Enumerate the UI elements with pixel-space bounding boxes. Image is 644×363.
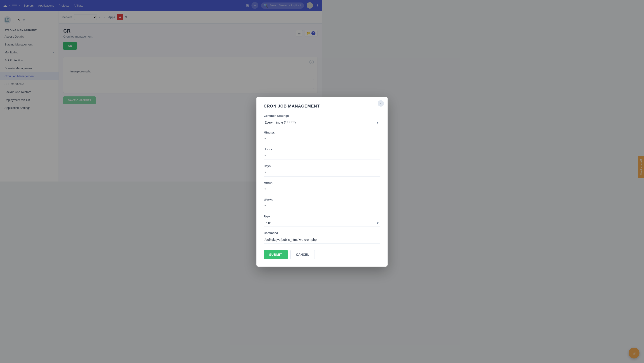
- days-group: Days: [264, 164, 322, 177]
- modal-title: CRON JOB MANAGEMENT: [264, 104, 322, 109]
- days-input[interactable]: [264, 169, 322, 177]
- common-settings-select-wrapper: Every minute (* * * * *): [264, 119, 322, 126]
- month-label: Month: [264, 181, 322, 182]
- days-label: Days: [264, 164, 322, 168]
- common-settings-group: Common Settings Every minute (* * * * *): [264, 114, 322, 126]
- common-settings-label: Common Settings: [264, 114, 322, 117]
- hours-input[interactable]: [264, 152, 322, 160]
- month-group: Month: [264, 181, 322, 182]
- minutes-label: Minutes: [264, 131, 322, 134]
- cron-job-modal: × CRON JOB MANAGEMENT Common Settings Ev…: [256, 97, 322, 182]
- common-settings-select[interactable]: Every minute (* * * * *): [264, 119, 322, 126]
- minutes-input[interactable]: [264, 136, 322, 143]
- minutes-group: Minutes: [264, 131, 322, 143]
- hours-label: Hours: [264, 148, 322, 151]
- hours-group: Hours: [264, 148, 322, 160]
- modal-overlay[interactable]: × CRON JOB MANAGEMENT Common Settings Ev…: [0, 0, 322, 182]
